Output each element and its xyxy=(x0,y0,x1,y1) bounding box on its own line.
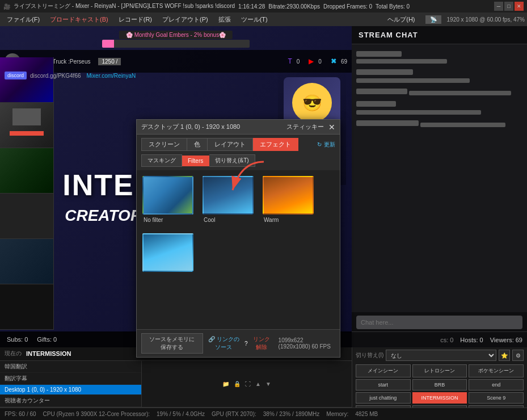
source-item-0[interactable]: 韓国翻訳 xyxy=(0,361,141,373)
question-icon: ? xyxy=(244,341,248,347)
menu-record[interactable]: レコード(R) xyxy=(114,14,157,25)
gpu-value: 38% / 23% / 1890MHz xyxy=(263,411,320,417)
chat-msg-3 xyxy=(356,89,522,96)
filter-thumb-3[interactable] xyxy=(263,176,314,215)
progress-bar-container xyxy=(102,40,250,48)
filter-thumb-1[interactable] xyxy=(142,176,193,215)
refresh-icon: ↻ xyxy=(317,141,322,148)
dialog-title-bar: デスクトップ 1 (0, 0) - 1920 x 1080 スティッキー ✕ xyxy=(137,120,340,135)
up-arrow-icon: ▲ xyxy=(255,381,261,387)
source-list-area: 韓国翻訳 翻訳字幕 Desktop 1 (0, 0) - 1920 x 1080… xyxy=(0,361,352,407)
chat-msg-2 xyxy=(356,69,522,84)
thumb-3[interactable] xyxy=(0,148,53,194)
menu-expand[interactable]: 拡張 xyxy=(214,14,235,25)
title-bar-text: ライブストリーミング - Mixer - ReinyaN - [JPN/ENG]… xyxy=(14,2,235,10)
fps-status: FPS: 60 / 60 xyxy=(5,411,36,417)
save-source-button[interactable]: ソースをメモリに保存する xyxy=(141,333,203,354)
folder-icon: 📁 xyxy=(222,381,229,387)
chat-name-blur-5 xyxy=(356,120,419,126)
unlink-button[interactable]: リンク解除 xyxy=(251,335,271,351)
scene-9[interactable]: Scene 9 xyxy=(469,392,524,404)
tab-masking[interactable]: マスキング xyxy=(141,154,182,167)
current-scene-name: INTERMISSION xyxy=(26,350,71,357)
right-stats-bar: cs: 0 Hosts: 0 Viewers: 69 xyxy=(352,331,527,347)
menu-broadcast[interactable]: ブロードキャスト(B) xyxy=(45,14,113,25)
dialog-content: No filter Cool Warm xyxy=(137,170,340,329)
tab-screen[interactable]: スクリーン xyxy=(141,138,187,151)
cpu-label: CPU (Ryzen 9 3900X 12-Core Processor): xyxy=(43,411,150,417)
tab-filters[interactable]: Filters xyxy=(182,156,209,166)
chat-text-blur-3 xyxy=(409,91,511,95)
source-item-3[interactable]: 視聴者カウンター xyxy=(0,395,141,407)
thumb-2[interactable] xyxy=(0,103,53,148)
filter-warm: Warm xyxy=(263,176,314,229)
close-button[interactable]: ✕ xyxy=(515,2,524,11)
filter-dialog: デスクトップ 1 (0, 0) - 1920 x 1080 スティッキー ✕ ス… xyxy=(136,119,340,358)
chat-msg-5 xyxy=(356,120,522,128)
thumb-1[interactable] xyxy=(0,57,53,103)
title-dropped: Dropped Frames: 0 xyxy=(323,3,372,10)
minimize-button[interactable]: ─ xyxy=(494,2,503,11)
progress-bar-fill xyxy=(102,40,114,48)
menu-file[interactable]: ファイル(F) xyxy=(2,14,44,25)
scene-settings-button[interactable]: ⚙ xyxy=(512,350,524,361)
resolution-info: 1920 x 1080 @ 60.00 fps, 47% xyxy=(447,16,525,23)
monthly-goal-banner: 🌸 Monthly Goal Embers - 2% bonus🌸 xyxy=(119,31,233,39)
chat-name-blur-2 xyxy=(356,69,413,75)
title-bytes: Total Bytes: 0 xyxy=(376,3,410,10)
chat-text-blur-1 xyxy=(356,59,447,64)
scene-retro[interactable]: レトロシーン xyxy=(412,364,467,377)
maximize-button[interactable]: □ xyxy=(504,2,513,11)
filter-list: No filter Cool Warm xyxy=(137,170,340,329)
scene-pokemon[interactable]: ポケモンシーン xyxy=(469,364,524,377)
tab-layout[interactable]: レイアウト xyxy=(208,138,253,151)
scene-star-button[interactable]: ⭐ xyxy=(499,350,510,361)
chat-text-blur-5 xyxy=(420,123,505,127)
viewers-stat: Viewers: 69 xyxy=(490,337,522,343)
link-source-button[interactable]: 🔗 リンクのソース xyxy=(206,335,241,351)
thumb-4[interactable] xyxy=(0,194,53,239)
tab-switch[interactable]: 切り替え(&T) xyxy=(209,154,255,167)
lock-icon: 🔒 xyxy=(234,381,241,387)
scene-end[interactable]: end xyxy=(469,379,524,390)
tab-effect[interactable]: エフェクト xyxy=(253,138,298,151)
menu-tools[interactable]: ツール(T) xyxy=(237,14,272,25)
chat-list xyxy=(356,49,522,131)
left-thumbnails xyxy=(0,57,54,330)
filter-thumb-2[interactable] xyxy=(203,176,254,215)
refresh-btn[interactable]: ↻ 更新 xyxy=(317,141,335,149)
menu-help[interactable]: ヘルプ(H) xyxy=(383,14,419,25)
down-arrow-icon: ▼ xyxy=(265,381,271,387)
scene-just-chatting[interactable]: just chatting xyxy=(356,392,411,404)
title-bar: 🎥 ライブストリーミング - Mixer - ReinyaN - [JPN/EN… xyxy=(0,0,527,12)
current-label: 現在の xyxy=(5,350,22,358)
menu-playout[interactable]: プレイアウト(P) xyxy=(158,14,213,25)
source-item-1[interactable]: 翻訳字幕 xyxy=(0,373,141,385)
scene-dropdown-label: 切り替え(I) xyxy=(356,351,383,359)
right-panel: STREAM CHAT xyxy=(352,26,527,333)
gifts-stat: Gifts: 0 xyxy=(37,336,57,343)
scene-main[interactable]: メインシーン xyxy=(356,364,411,377)
expand-icon: ⛶ xyxy=(245,381,251,387)
thumb-6[interactable] xyxy=(0,284,53,330)
discord-link: discord.gg/PKG4f66 xyxy=(30,73,81,79)
source-item-2[interactable]: Desktop 1 (0, 0) - 1920 x 1080 xyxy=(0,385,141,395)
scene-intermission[interactable]: INTERMISSION xyxy=(412,392,467,404)
broadcast-icon[interactable]: 📡 xyxy=(425,15,441,24)
tab-color[interactable]: 色 xyxy=(187,138,208,151)
preview-mini: 📁 🔒 ⛶ ▲ ▼ xyxy=(142,361,352,407)
chat-input[interactable] xyxy=(356,316,522,329)
scene-dropdown[interactable]: なし xyxy=(386,350,496,361)
filter-thumb-4[interactable] xyxy=(142,233,193,272)
filter-sky xyxy=(142,233,193,280)
chat-name-blur-4 xyxy=(356,101,396,107)
status-bar: FPS: 60 / 60 CPU (Ryzen 9 3900X 12-Core … xyxy=(0,408,527,420)
social-links: discord discord.gg/PKG4f66 Mixer.com/Rei… xyxy=(5,72,136,79)
dialog-tab-row-2: マスキング Filters 切り替え(&T) xyxy=(137,154,340,170)
subs-stat: Subs: 0 xyxy=(7,336,28,343)
thumb-5[interactable] xyxy=(0,239,53,284)
memory-label: Memory: xyxy=(326,411,348,417)
dialog-close-button[interactable]: ✕ xyxy=(328,123,335,132)
scene-start[interactable]: start xyxy=(356,379,411,390)
scene-brb[interactable]: BRB xyxy=(412,379,467,390)
